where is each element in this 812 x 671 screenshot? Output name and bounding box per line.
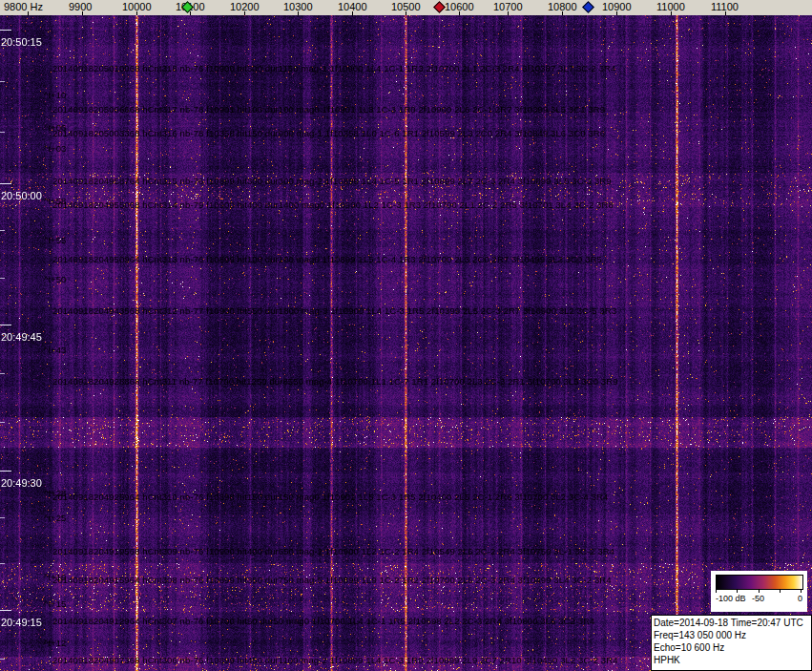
color-scale-legend: -100 dB -50 0 (711, 571, 807, 612)
freq-axis-tick (136, 11, 137, 15)
legend-mid-label: -50 (752, 594, 764, 603)
legend-tick (737, 590, 738, 593)
legend-tick (801, 590, 802, 593)
color-gradient-bar (716, 575, 803, 590)
freq-axis-tick (298, 11, 299, 15)
spectrogram-waterfall[interactable] (0, 15, 812, 671)
freq-axis-tick (459, 11, 460, 15)
blue-marker-diamond-icon[interactable] (582, 1, 594, 13)
freq-axis-tick (352, 11, 353, 15)
freq-axis-label: 9800 Hz (4, 1, 43, 12)
freq-axis-tick (82, 11, 83, 15)
meteor-echo-spectrogram-app: 9800 Hz990010000101001020010300104001050… (0, 0, 812, 671)
freq-axis-tick (671, 11, 672, 15)
frequency-axis: 9800 Hz990010000101001020010300104001050… (0, 0, 812, 15)
legend-tick (716, 590, 717, 593)
freq-axis-tick (406, 11, 406, 15)
freq-axis-tick (244, 11, 245, 15)
freq-axis-tick (725, 11, 726, 15)
freq-axis-tick (562, 11, 563, 15)
freq-axis-tick (616, 11, 617, 15)
freq-axis-tick (508, 11, 509, 15)
legend-tick (780, 590, 781, 593)
freq-axis-label: 9900 (69, 1, 92, 12)
legend-max-label: 0 (798, 594, 802, 603)
freq-axis-tick (28, 11, 29, 15)
legend-min-label: -100 dB (716, 594, 746, 603)
info-frequency: Freq=143 050 000 Hz (654, 629, 809, 641)
red-marker-diamond-icon[interactable] (433, 1, 446, 13)
info-station: HPHK (654, 654, 809, 666)
info-echo: Echo=10 600 Hz (654, 641, 809, 654)
freq-axis-tick (190, 11, 191, 15)
status-info-box: Date=2014-09-18 Time=20:47 UTC Freq=143 … (651, 615, 812, 671)
info-date-time: Date=2014-09-18 Time=20:47 UTC (654, 617, 809, 629)
legend-tick (759, 590, 760, 593)
